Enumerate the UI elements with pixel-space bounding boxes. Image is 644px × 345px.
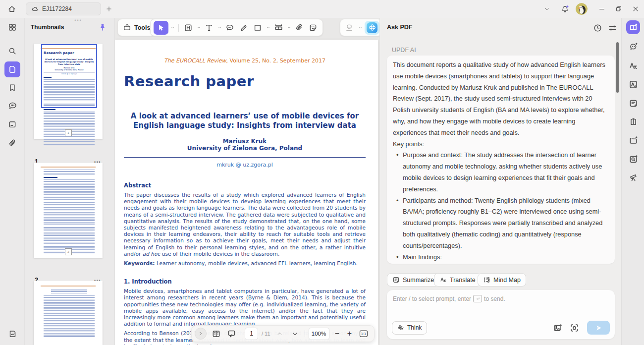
- minimize-button[interactable]: [594, 2, 609, 16]
- select-tool-chevron[interactable]: [169, 21, 175, 34]
- notifications-button[interactable]: [559, 3, 571, 15]
- stamp-tool-chevron[interactable]: [357, 21, 363, 34]
- close-icon: [632, 5, 639, 12]
- select-tool-button[interactable]: [154, 21, 168, 35]
- page-number-input[interactable]: 1: [245, 328, 258, 340]
- thumbnail-page-3[interactable]: [34, 281, 103, 345]
- camera-scan-icon: [570, 323, 579, 333]
- annotation-mode-button[interactable]: [225, 328, 237, 340]
- summarize-button[interactable]: Summarize: [387, 273, 439, 287]
- think-toggle-button[interactable]: Think: [392, 321, 427, 335]
- ai-chat-button[interactable]: [626, 40, 640, 54]
- ai-search-button[interactable]: [626, 152, 640, 166]
- key-point-item: Purpose and context: The study addresses…: [393, 150, 609, 195]
- one-to-one-icon: 1:1: [359, 329, 369, 339]
- ai-assistant-button[interactable]: [365, 21, 379, 35]
- fit-ratio-button[interactable]: 1:1: [358, 328, 370, 340]
- titlebar: EJ1172284: [0, 0, 644, 18]
- collapse-toolbar-button[interactable]: [195, 328, 207, 340]
- translate-page-button[interactable]: [626, 77, 640, 91]
- panel-drag-handle[interactable]: •••: [63, 18, 93, 23]
- thumbnail-page-1[interactable]: Research paper A look at advanced learne…: [34, 44, 103, 139]
- page-marker: 1: [65, 129, 72, 136]
- restore-button[interactable]: [611, 2, 626, 16]
- document-tab[interactable]: EJ1172284: [26, 2, 101, 15]
- zoom-in-button[interactable]: +: [345, 329, 354, 338]
- sticker-icon: [309, 23, 318, 32]
- mind-map-button[interactable]: Mind Map: [478, 273, 526, 287]
- shape-tool-button[interactable]: [251, 21, 264, 34]
- visible-area-indicator[interactable]: [41, 44, 97, 108]
- measure-tool-chevron[interactable]: [286, 21, 292, 34]
- page-layout-button[interactable]: [210, 328, 222, 340]
- send-button[interactable]: [587, 321, 610, 335]
- comment-bubble-icon: [225, 23, 234, 32]
- highlighter-tool-button[interactable]: [237, 21, 250, 34]
- intro-heading: 1. Introduction: [124, 278, 366, 285]
- heading-tool-button[interactable]: [182, 21, 195, 34]
- screenshot-button[interactable]: [568, 322, 580, 334]
- image-icon: [553, 323, 562, 333]
- thumbnail-page-2[interactable]: 2: [34, 163, 103, 258]
- puffin-avatar-image: [576, 3, 588, 15]
- prompt-placeholder: Enter / to select prompt, enter to send.: [393, 295, 609, 302]
- tools-label: Tools: [134, 24, 150, 31]
- next-page-button[interactable]: [289, 328, 301, 340]
- settings-button[interactable]: [607, 22, 618, 33]
- search-doc-sparkle-icon: [629, 155, 638, 164]
- comment-tool-button[interactable]: [223, 21, 236, 34]
- two-page-view-icon: [212, 329, 221, 339]
- ai-read-button[interactable]: [626, 20, 640, 34]
- text-tool-button[interactable]: [203, 21, 215, 34]
- attach-tool-button[interactable]: [293, 21, 306, 34]
- document-viewport: The EUROCALL Review, Volume 25, No. 2, S…: [115, 18, 379, 345]
- attachments-button[interactable]: [6, 118, 19, 131]
- shape-tool-chevron[interactable]: [265, 21, 271, 34]
- new-tab-button[interactable]: [104, 4, 114, 14]
- paperclip-button[interactable]: [6, 137, 19, 150]
- text-tool-chevron[interactable]: [216, 21, 222, 34]
- search-button[interactable]: [6, 45, 19, 58]
- translate-button[interactable]: Translate: [434, 273, 481, 287]
- paperclip-icon: [8, 139, 17, 148]
- zoom-out-button[interactable]: −: [333, 329, 342, 338]
- pdf-page[interactable]: The EUROCALL Review, Volume 25, No. 2, S…: [115, 40, 378, 345]
- prompt-input-card[interactable]: Enter / to select prompt, enter to send.…: [387, 290, 615, 339]
- heading-tool-chevron[interactable]: [196, 21, 202, 34]
- panel-grid-button[interactable]: [6, 21, 19, 34]
- measure-tool-button[interactable]: [272, 21, 285, 34]
- titlebar-chevron-button[interactable]: [541, 4, 553, 14]
- insert-image-button[interactable]: [551, 322, 563, 334]
- summarize-icon: [392, 276, 400, 284]
- home-button[interactable]: [5, 2, 19, 15]
- boxed-h-icon: [184, 23, 193, 32]
- pages-view-button[interactable]: [626, 115, 640, 128]
- sign-button[interactable]: [6, 327, 19, 340]
- note-sparkle-icon: [629, 99, 638, 108]
- previous-page-button[interactable]: [274, 328, 286, 340]
- paper-title: A look at advanced learners’ use of mobi…: [124, 112, 366, 130]
- ai-notes-button[interactable]: [626, 96, 640, 110]
- close-button[interactable]: [628, 2, 643, 16]
- ai-summary-card: This document reports a qualitative stud…: [387, 56, 615, 264]
- sticker-tool-button[interactable]: [307, 21, 320, 34]
- boxed-a-translate-icon: [629, 80, 638, 89]
- pin-panel-button[interactable]: [97, 22, 108, 33]
- bell-icon: [561, 5, 569, 13]
- page-total-label: / 11: [262, 331, 270, 337]
- updf-ai-label: UPDF AI: [392, 47, 416, 54]
- panel-scrollbar[interactable]: [616, 42, 619, 93]
- thumbnails-panel-button[interactable]: [4, 61, 20, 77]
- avatar[interactable]: [576, 3, 588, 15]
- zoom-level[interactable]: 100%: [309, 328, 329, 340]
- translate-word-button[interactable]: [626, 58, 640, 72]
- explore-button[interactable]: [626, 171, 640, 184]
- stamp-tool-button[interactable]: [343, 21, 356, 34]
- comments-button[interactable]: [6, 99, 19, 112]
- annotation-toolbar: [150, 19, 323, 36]
- history-button[interactable]: [592, 22, 603, 33]
- bookmarks-button[interactable]: [6, 81, 19, 94]
- stamp-icon: [345, 23, 354, 32]
- ask-pdf-panel: Ask PDF UPDF AI This document reports a …: [379, 18, 621, 345]
- ai-files-button[interactable]: [626, 133, 640, 147]
